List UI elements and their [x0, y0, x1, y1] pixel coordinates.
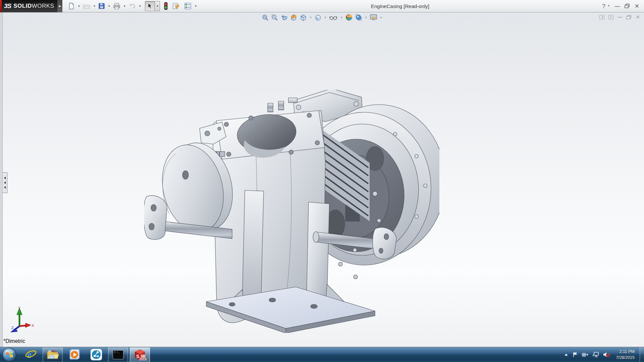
zoom-to-area-button[interactable]	[270, 13, 279, 21]
graphics-area[interactable]: ▼ ▼ ▼ ▼ ▼ — ✕	[0, 12, 644, 347]
restore-button[interactable]	[625, 4, 630, 8]
power-plug-icon[interactable]	[582, 352, 589, 358]
collapse-arrow-icon	[4, 181, 6, 184]
options-button[interactable]	[183, 1, 193, 11]
taskbar-internet-explorer[interactable]: e	[21, 347, 41, 362]
taskbar-solidworks[interactable]: S W 2015	[130, 347, 150, 362]
select-dropdown-arrow[interactable]: ▼	[155, 1, 160, 11]
taskbar: e	[0, 347, 644, 362]
appearance-ball-icon	[345, 14, 353, 21]
left-pane-toggle-icon[interactable]	[599, 15, 604, 19]
taskbar-media-player[interactable]	[64, 347, 85, 362]
feature-tree-collapsed-tab[interactable]	[3, 172, 7, 193]
select-cursor-icon	[148, 3, 152, 9]
document-restore-button[interactable]	[626, 15, 632, 19]
previous-view-button[interactable]	[280, 13, 288, 21]
view-settings-monitor-icon	[370, 14, 377, 21]
volume-muted-icon[interactable]	[603, 352, 610, 358]
edit-appearance-button[interactable]	[344, 13, 353, 21]
brand-name-light: WORKS	[32, 3, 54, 9]
engine-casing-model[interactable]	[144, 90, 439, 333]
command-prompt-icon: C:\_	[113, 350, 123, 359]
folder-icon	[46, 349, 59, 360]
titlebar: 3S SOLIDWORKS ▶ ▼ ▼ ▼ ▼ ▼ ▼	[0, 0, 644, 12]
menu-expand-arrow[interactable]: ▶	[57, 0, 62, 12]
clock-date: 7/28/2015	[616, 355, 635, 361]
section-view-button[interactable]	[289, 13, 298, 21]
previous-view-icon	[280, 14, 288, 21]
printer-icon	[113, 3, 120, 9]
close-button[interactable]: ✕	[635, 3, 639, 9]
hide-show-items-button[interactable]	[328, 13, 338, 21]
window-title: EngineCasing [Read-only]	[198, 3, 602, 9]
network-icon[interactable]	[592, 352, 599, 358]
zoom-to-fit-icon	[262, 14, 269, 21]
show-hidden-icons-chevron[interactable]	[564, 353, 569, 356]
svg-text:Z: Z	[11, 326, 14, 330]
new-document-button[interactable]	[67, 1, 76, 11]
file-properties-icon	[172, 2, 180, 10]
collapse-arrow-icon	[4, 186, 6, 189]
undo-arrow-icon	[128, 3, 136, 9]
print-dropdown-arrow[interactable]: ▼	[122, 5, 127, 8]
show-desktop-button[interactable]	[640, 347, 644, 362]
view-settings-button[interactable]	[369, 13, 378, 21]
apply-scene-button[interactable]	[354, 13, 363, 21]
zoom-to-fit-button[interactable]	[261, 13, 269, 21]
undo-dropdown-arrow[interactable]: ▼	[138, 5, 142, 8]
open-dropdown-arrow[interactable]: ▼	[92, 5, 97, 8]
media-player-icon	[69, 349, 80, 360]
display-style-button[interactable]	[314, 13, 322, 21]
right-pane-toggle-icon[interactable]	[608, 15, 613, 19]
svg-text:e: e	[27, 349, 32, 360]
save-floppy-icon	[98, 3, 105, 9]
display-style-dropdown-arrow[interactable]: ▼	[323, 16, 327, 19]
taskbar-clock[interactable]: 2:11 PM 7/28/2015	[616, 349, 635, 361]
standard-toolbar: ▼ ▼ ▼ ▼ ▼ ▼	[62, 1, 198, 11]
open-button[interactable]	[82, 1, 91, 11]
rebuild-button[interactable]	[163, 1, 169, 11]
taskbar-apps: e	[21, 347, 150, 362]
document-close-button[interactable]: ✕	[636, 14, 640, 20]
view-settings-dropdown-arrow[interactable]: ▼	[379, 16, 383, 19]
taskbar-share-app[interactable]	[86, 347, 106, 362]
open-folder-icon	[83, 3, 90, 9]
view-orientation-dropdown-arrow[interactable]: ▼	[309, 16, 313, 19]
model-geometry	[144, 90, 439, 333]
view-orientation-icon	[300, 14, 307, 21]
taskbar-command-prompt[interactable]: C:\_	[108, 347, 128, 362]
view-orientation-label: *Dimetric	[3, 338, 25, 344]
undo-button[interactable]	[127, 1, 137, 11]
display-style-icon	[314, 14, 322, 21]
save-dropdown-arrow[interactable]: ▼	[107, 5, 111, 8]
brand-mark: 3S	[4, 2, 11, 10]
logo-red-accent	[0, 0, 2, 12]
document-window-controls: — ✕	[599, 14, 640, 20]
minimize-button[interactable]: —	[615, 4, 620, 9]
hide-show-items-dropdown-arrow[interactable]: ▼	[339, 16, 343, 19]
share-app-icon	[90, 349, 102, 361]
document-minimize-button[interactable]: —	[618, 14, 622, 20]
triad-z-axis: Z	[11, 326, 19, 332]
view-orientation-button[interactable]	[299, 13, 308, 21]
new-dropdown-arrow[interactable]: ▼	[76, 5, 81, 8]
zoom-to-area-icon	[271, 14, 278, 21]
taskbar-windows-explorer[interactable]	[43, 347, 63, 362]
save-button[interactable]	[97, 1, 106, 11]
start-button[interactable]	[2, 347, 17, 362]
system-tray: 2:11 PM 7/28/2015	[564, 347, 644, 362]
apply-scene-dropdown-arrow[interactable]: ▼	[364, 16, 368, 19]
triad-y-axis: Y	[17, 306, 22, 326]
print-button[interactable]	[112, 1, 121, 11]
help-button[interactable]: ?	[602, 3, 605, 9]
new-document-icon	[68, 2, 75, 10]
file-properties-button[interactable]	[171, 1, 181, 11]
svg-text:Y: Y	[18, 306, 21, 310]
help-dropdown-arrow[interactable]: ▼	[607, 5, 610, 7]
action-center-flag-icon[interactable]	[572, 352, 578, 358]
orientation-triad: Y X Z	[7, 305, 34, 334]
apply-scene-icon	[355, 14, 362, 21]
options-dropdown-arrow[interactable]: ▼	[193, 5, 198, 8]
triad-x-axis: X	[19, 323, 34, 327]
select-tool-button[interactable]	[145, 1, 155, 11]
